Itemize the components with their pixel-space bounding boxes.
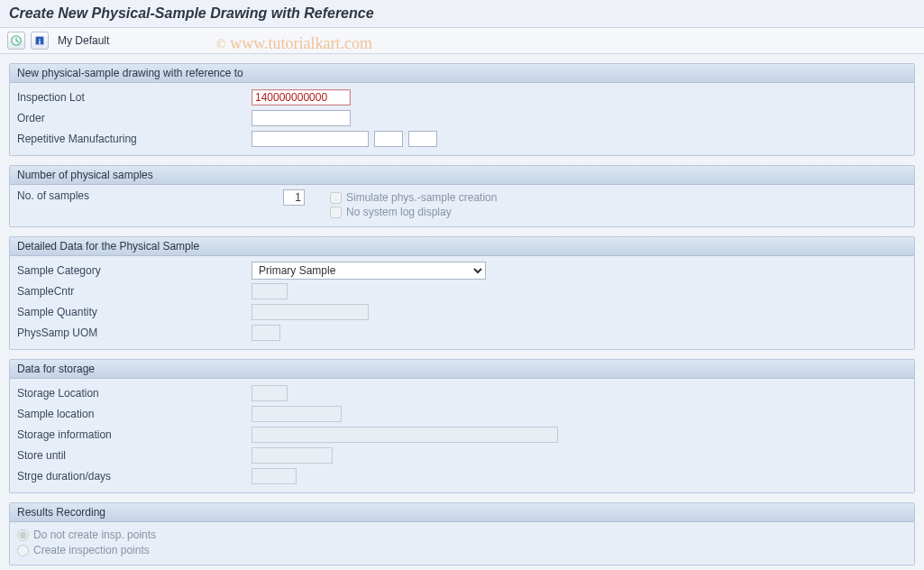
storage-info-label: Storage information bbox=[17, 428, 252, 441]
simulate-checkbox-row: Simulate phys.-sample creation bbox=[330, 191, 497, 204]
results-recording-header: Results Recording bbox=[10, 503, 914, 522]
title-bar: Create New Physical-Sample Drawing with … bbox=[0, 0, 924, 28]
radio-create-insp-points-row: Create inspection points bbox=[17, 544, 907, 556]
radio-no-insp-points bbox=[17, 529, 29, 541]
sample-cntr-label: SampleCntr bbox=[17, 285, 252, 298]
no-syslog-label: No system log display bbox=[346, 206, 452, 218]
order-label: Order bbox=[17, 112, 252, 124]
info-icon[interactable]: i bbox=[31, 32, 49, 50]
store-until-input bbox=[252, 447, 333, 464]
toolbar: i My Default bbox=[0, 28, 924, 54]
detailed-data-group: Detailed Data for the Physical Sample Sa… bbox=[9, 236, 915, 350]
no-samples-input[interactable] bbox=[283, 189, 305, 206]
simulate-label: Simulate phys.-sample creation bbox=[346, 191, 497, 204]
reference-group: New physical-sample drawing with referen… bbox=[9, 63, 915, 156]
rep-mfg-input-2[interactable] bbox=[374, 131, 403, 147]
number-samples-header: Number of physical samples bbox=[10, 166, 914, 185]
execute-icon[interactable] bbox=[7, 32, 25, 50]
order-input[interactable] bbox=[252, 110, 351, 126]
storage-data-header: Data for storage bbox=[10, 360, 914, 379]
sample-qty-input bbox=[252, 304, 369, 320]
sample-location-input bbox=[252, 406, 342, 422]
radio-no-insp-points-row: Do not create insp. points bbox=[17, 529, 907, 541]
radio-no-insp-points-label: Do not create insp. points bbox=[33, 529, 156, 541]
svg-line-2 bbox=[16, 41, 19, 42]
storage-data-group: Data for storage Storage Location Sample… bbox=[9, 359, 915, 493]
storage-location-label: Storage Location bbox=[17, 387, 252, 400]
radio-create-insp-points bbox=[17, 545, 29, 556]
detailed-data-header: Detailed Data for the Physical Sample bbox=[10, 237, 914, 256]
sample-cntr-input bbox=[252, 283, 288, 299]
phys-samp-uom-label: PhysSamp UOM bbox=[17, 326, 252, 339]
strge-duration-label: Strge duration/days bbox=[17, 470, 252, 483]
rep-mfg-input-3[interactable] bbox=[408, 131, 437, 147]
my-default-button[interactable]: My Default bbox=[58, 34, 109, 47]
content-area: New physical-sample drawing with referen… bbox=[0, 54, 924, 565]
simulate-checkbox bbox=[330, 192, 342, 204]
no-syslog-checkbox-row: No system log display bbox=[330, 206, 497, 218]
repetitive-mfg-label: Repetitive Manufacturing bbox=[17, 133, 252, 145]
sample-category-select[interactable]: Primary Sample bbox=[252, 262, 486, 280]
sample-category-label: Sample Category bbox=[17, 264, 252, 277]
phys-samp-uom-input bbox=[252, 325, 280, 341]
page-title: Create New Physical-Sample Drawing with … bbox=[9, 5, 915, 22]
results-recording-group: Results Recording Do not create insp. po… bbox=[9, 502, 915, 565]
no-samples-label: No. of samples bbox=[17, 189, 283, 202]
strge-duration-input bbox=[252, 468, 297, 484]
sample-qty-label: Sample Quantity bbox=[17, 306, 252, 318]
sample-location-label: Sample location bbox=[17, 408, 252, 420]
inspection-lot-input[interactable] bbox=[252, 89, 351, 106]
storage-location-input bbox=[252, 385, 288, 401]
number-samples-group: Number of physical samples No. of sample… bbox=[9, 165, 915, 227]
radio-create-insp-points-label: Create inspection points bbox=[33, 544, 150, 556]
no-syslog-checkbox bbox=[330, 207, 342, 218]
storage-info-input bbox=[252, 427, 558, 443]
inspection-lot-label: Inspection Lot bbox=[17, 91, 252, 104]
reference-group-header: New physical-sample drawing with referen… bbox=[10, 64, 914, 83]
rep-mfg-input-1[interactable] bbox=[252, 131, 369, 147]
store-until-label: Store until bbox=[17, 449, 252, 462]
